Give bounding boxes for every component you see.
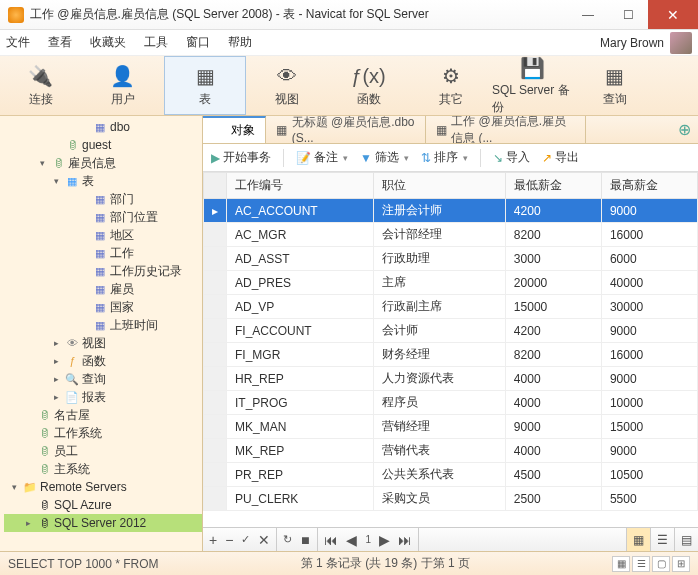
cell[interactable]: 会计师 bbox=[374, 319, 506, 343]
cell[interactable]: 10000 bbox=[601, 391, 697, 415]
table-row[interactable]: PR_REP公共关系代表450010500 bbox=[204, 463, 698, 487]
menu-0[interactable]: 文件 bbox=[6, 34, 30, 51]
cell[interactable]: FI_MGR bbox=[227, 343, 374, 367]
column-header[interactable]: 职位 bbox=[374, 173, 506, 199]
table-row[interactable]: FI_ACCOUNT会计师42009000 bbox=[204, 319, 698, 343]
table-row[interactable]: FI_MGR财务经理820016000 bbox=[204, 343, 698, 367]
tree-item[interactable]: 🛢主系统 bbox=[4, 460, 202, 478]
toolbar-SQL Server 备份[interactable]: 💾SQL Server 备份 bbox=[492, 56, 574, 115]
table-row[interactable]: AC_MGR会计部经理820016000 bbox=[204, 223, 698, 247]
cell[interactable]: 4000 bbox=[505, 439, 601, 463]
cell[interactable]: 主席 bbox=[374, 271, 506, 295]
tool-导出[interactable]: ↗导出 bbox=[542, 149, 579, 166]
tree-item[interactable]: 📁Remote Servers bbox=[4, 478, 202, 496]
cell[interactable]: MK_MAN bbox=[227, 415, 374, 439]
toolbar-用户[interactable]: 👤用户 bbox=[82, 56, 164, 115]
tree-item[interactable]: 🛢guest bbox=[4, 136, 202, 154]
cell[interactable]: 9000 bbox=[601, 367, 697, 391]
cell[interactable]: 15000 bbox=[505, 295, 601, 319]
tab-1[interactable]: ▦无标题 @雇员信息.dbo (S... bbox=[266, 116, 426, 143]
cell[interactable]: 程序员 bbox=[374, 391, 506, 415]
cell[interactable]: 财务经理 bbox=[374, 343, 506, 367]
status-btn-3[interactable]: ▢ bbox=[652, 556, 670, 572]
cell[interactable]: PU_CLERK bbox=[227, 487, 374, 511]
nav-paging[interactable]: ⏮◀1▶⏭ bbox=[318, 528, 419, 551]
cell[interactable]: PR_REP bbox=[227, 463, 374, 487]
cell[interactable]: AD_VP bbox=[227, 295, 374, 319]
tree-item[interactable]: 📄报表 bbox=[4, 388, 202, 406]
status-btn-2[interactable]: ☰ bbox=[632, 556, 650, 572]
cell[interactable]: 5500 bbox=[601, 487, 697, 511]
cell[interactable]: 9000 bbox=[601, 439, 697, 463]
tool-排序[interactable]: ⇅排序 bbox=[421, 149, 468, 166]
cell[interactable]: IT_PROG bbox=[227, 391, 374, 415]
cell[interactable]: 8200 bbox=[505, 343, 601, 367]
tree-twisty-icon[interactable] bbox=[51, 370, 62, 388]
cell[interactable]: 4000 bbox=[505, 367, 601, 391]
tree-item[interactable]: 👁视图 bbox=[4, 334, 202, 352]
toolbar-连接[interactable]: 🔌连接 bbox=[0, 56, 82, 115]
tree-twisty-icon[interactable] bbox=[51, 172, 62, 190]
user-area[interactable]: Mary Brown bbox=[600, 32, 692, 54]
cell[interactable]: 4000 bbox=[505, 391, 601, 415]
column-header[interactable]: 最低薪金 bbox=[505, 173, 601, 199]
tree-item[interactable]: ▦部门位置 bbox=[4, 208, 202, 226]
maximize-button[interactable] bbox=[608, 0, 648, 29]
cell[interactable]: 3000 bbox=[505, 247, 601, 271]
toolbar-查询[interactable]: ▦查询 bbox=[574, 56, 656, 115]
grid-view-button[interactable]: ▦ bbox=[626, 528, 650, 551]
cell[interactable]: 注册会计师 bbox=[374, 199, 506, 223]
tree-twisty-icon[interactable] bbox=[51, 352, 62, 370]
tree-twisty-icon[interactable] bbox=[51, 334, 62, 352]
cell[interactable]: 30000 bbox=[601, 295, 697, 319]
cell[interactable]: 行政副主席 bbox=[374, 295, 506, 319]
cell[interactable]: 40000 bbox=[601, 271, 697, 295]
tree-item[interactable]: ▦雇员 bbox=[4, 280, 202, 298]
tree-item[interactable]: ▦上班时间 bbox=[4, 316, 202, 334]
close-button[interactable] bbox=[648, 0, 698, 29]
table-row[interactable]: HR_REP人力资源代表40009000 bbox=[204, 367, 698, 391]
connection-tree[interactable]: ▦dbo🛢guest🛢雇员信息▦表▦部门▦部门位置▦地区▦工作▦工作历史记录▦雇… bbox=[0, 116, 202, 534]
status-btn-4[interactable]: ⊞ bbox=[672, 556, 690, 572]
column-header[interactable]: 最高薪金 bbox=[601, 173, 697, 199]
tool-开始事务[interactable]: ▶开始事务 bbox=[211, 149, 271, 166]
toolbar-其它[interactable]: ⚙其它 bbox=[410, 56, 492, 115]
cell[interactable]: 会计部经理 bbox=[374, 223, 506, 247]
cell[interactable]: 4200 bbox=[505, 199, 601, 223]
nav-add-remove[interactable]: +−✓✕ bbox=[203, 528, 277, 551]
data-grid[interactable]: 工作编号职位最低薪金最高薪金▸AC_ACCOUNT注册会计师42009000AC… bbox=[203, 172, 698, 527]
tree-twisty-icon[interactable] bbox=[37, 154, 48, 172]
tree-item[interactable]: 🔍查询 bbox=[4, 370, 202, 388]
tree-item[interactable]: 🛢工作系统 bbox=[4, 424, 202, 442]
cell[interactable]: FI_ACCOUNT bbox=[227, 319, 374, 343]
tree-item[interactable]: 🛢SQL Server 2012 bbox=[4, 514, 202, 532]
tab-2[interactable]: ▦工作 @雇员信息.雇员信息 (... bbox=[426, 116, 586, 143]
tree-twisty-icon[interactable] bbox=[51, 388, 62, 406]
tree-item[interactable]: ▦表 bbox=[4, 172, 202, 190]
cell[interactable]: MK_REP bbox=[227, 439, 374, 463]
cell[interactable]: AD_ASST bbox=[227, 247, 374, 271]
table-row[interactable]: IT_PROG程序员400010000 bbox=[204, 391, 698, 415]
cell[interactable]: 行政助理 bbox=[374, 247, 506, 271]
table-row[interactable]: ▸AC_ACCOUNT注册会计师42009000 bbox=[204, 199, 698, 223]
column-header[interactable]: 工作编号 bbox=[227, 173, 374, 199]
toolbar-表[interactable]: ▦表 bbox=[164, 56, 246, 115]
cell[interactable]: 2500 bbox=[505, 487, 601, 511]
tree-twisty-icon[interactable] bbox=[23, 514, 34, 532]
cell[interactable]: 8200 bbox=[505, 223, 601, 247]
table-row[interactable]: AD_VP行政副主席1500030000 bbox=[204, 295, 698, 319]
cell[interactable]: 公共关系代表 bbox=[374, 463, 506, 487]
cell[interactable]: 9000 bbox=[505, 415, 601, 439]
tool-导入[interactable]: ↘导入 bbox=[493, 149, 530, 166]
tree-item[interactable]: 🛢名古屋 bbox=[4, 406, 202, 424]
menu-2[interactable]: 收藏夹 bbox=[90, 34, 126, 51]
cell[interactable]: 4200 bbox=[505, 319, 601, 343]
table-row[interactable]: MK_MAN营销经理900015000 bbox=[204, 415, 698, 439]
cell[interactable]: 6000 bbox=[601, 247, 697, 271]
cell[interactable]: 营销经理 bbox=[374, 415, 506, 439]
tree-item[interactable]: ▦地区 bbox=[4, 226, 202, 244]
cell[interactable]: 16000 bbox=[601, 343, 697, 367]
tree-item[interactable]: ▦工作历史记录 bbox=[4, 262, 202, 280]
cell[interactable]: 人力资源代表 bbox=[374, 367, 506, 391]
table-row[interactable]: MK_REP营销代表40009000 bbox=[204, 439, 698, 463]
